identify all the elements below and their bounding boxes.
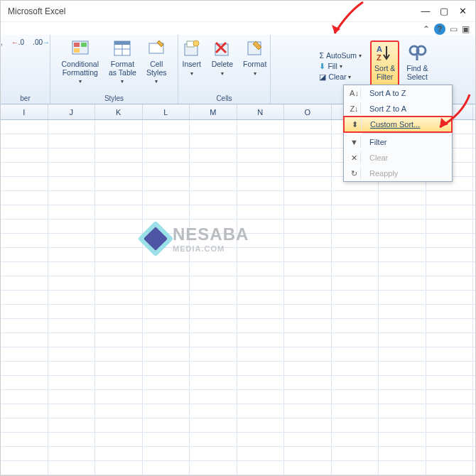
grid-cell[interactable] bbox=[237, 191, 285, 205]
grid-cell[interactable] bbox=[190, 404, 237, 418]
grid-cell[interactable] bbox=[284, 163, 332, 176]
grid-cell[interactable] bbox=[95, 177, 143, 190]
grid-cell[interactable] bbox=[48, 347, 96, 361]
grid-cell[interactable] bbox=[379, 376, 426, 389]
filter-item[interactable]: ▼ Filter bbox=[344, 134, 452, 150]
grid-cell[interactable] bbox=[426, 276, 474, 290]
grid-cell[interactable] bbox=[190, 347, 237, 361]
grid-cell[interactable] bbox=[143, 376, 190, 389]
grid-cell[interactable] bbox=[284, 134, 332, 148]
grid-cell[interactable] bbox=[190, 418, 237, 432]
format-button[interactable]: Format▾ bbox=[240, 38, 269, 78]
grid-cell[interactable] bbox=[237, 447, 285, 460]
grid-cell[interactable] bbox=[237, 163, 285, 176]
grid-cell[interactable] bbox=[426, 220, 474, 233]
grid-cell[interactable] bbox=[143, 148, 190, 162]
grid-cell[interactable] bbox=[379, 220, 426, 233]
grid-cell[interactable] bbox=[379, 305, 426, 318]
grid-cell[interactable] bbox=[1, 220, 48, 233]
column-header[interactable]: K bbox=[95, 104, 143, 119]
grid-cell[interactable] bbox=[379, 333, 426, 347]
grid-cell[interactable] bbox=[473, 390, 476, 404]
grid-cell[interactable] bbox=[95, 362, 143, 375]
grid-cell[interactable] bbox=[143, 404, 190, 418]
grid-cell[interactable] bbox=[48, 262, 96, 276]
grid-cell[interactable] bbox=[48, 163, 96, 176]
grid-cell[interactable] bbox=[48, 291, 96, 304]
grid-cell[interactable] bbox=[143, 390, 190, 404]
grid-cell[interactable] bbox=[1, 347, 48, 361]
grid-cell[interactable] bbox=[190, 362, 237, 375]
grid-cell[interactable] bbox=[332, 333, 379, 347]
grid-cell[interactable] bbox=[284, 205, 332, 219]
grid-cell[interactable] bbox=[143, 134, 190, 148]
grid-cell[interactable] bbox=[237, 276, 285, 290]
grid-cell[interactable] bbox=[237, 319, 285, 332]
grid-cell[interactable] bbox=[95, 376, 143, 389]
grid-cell[interactable] bbox=[379, 418, 426, 432]
grid-cell[interactable] bbox=[237, 418, 285, 432]
grid-cell[interactable] bbox=[95, 347, 143, 361]
grid-cell[interactable] bbox=[473, 163, 476, 176]
grid-cell[interactable] bbox=[237, 148, 285, 162]
grid-cell[interactable] bbox=[143, 305, 190, 318]
grid-cell[interactable] bbox=[379, 276, 426, 290]
grid-cell[interactable] bbox=[473, 262, 476, 276]
grid-cell[interactable] bbox=[379, 362, 426, 375]
grid-cell[interactable] bbox=[426, 305, 474, 318]
grid-cell[interactable] bbox=[426, 234, 474, 247]
grid-cell[interactable] bbox=[143, 447, 190, 460]
grid-cell[interactable] bbox=[379, 319, 426, 332]
grid-cell[interactable] bbox=[473, 148, 476, 162]
grid-cell[interactable] bbox=[1, 163, 48, 176]
grid-cell[interactable] bbox=[473, 319, 476, 332]
grid-cell[interactable] bbox=[284, 177, 332, 190]
grid-cell[interactable] bbox=[143, 362, 190, 375]
grid-cell[interactable] bbox=[143, 461, 190, 475]
grid-cell[interactable] bbox=[473, 433, 476, 446]
grid-cell[interactable] bbox=[332, 262, 379, 276]
grid-cell[interactable] bbox=[190, 148, 237, 162]
grid-cell[interactable] bbox=[332, 461, 379, 475]
grid-cell[interactable] bbox=[426, 404, 474, 418]
grid-cell[interactable] bbox=[95, 333, 143, 347]
grid-cell[interactable] bbox=[190, 276, 237, 290]
grid-cell[interactable] bbox=[237, 134, 285, 148]
decrease-decimal-button[interactable]: .00→ bbox=[30, 38, 53, 47]
column-header[interactable]: J bbox=[48, 104, 96, 119]
grid-cell[interactable] bbox=[190, 433, 237, 446]
grid-cell[interactable] bbox=[1, 404, 48, 418]
cell-styles-button[interactable]: Cell Styles▾ bbox=[144, 38, 170, 86]
grid-cell[interactable] bbox=[473, 404, 476, 418]
grid-cell[interactable] bbox=[95, 163, 143, 176]
grid-cell[interactable] bbox=[48, 234, 96, 247]
grid-cell[interactable] bbox=[48, 205, 96, 219]
grid-cell[interactable] bbox=[1, 276, 48, 290]
grid-cell[interactable] bbox=[473, 376, 476, 389]
grid-cell[interactable] bbox=[190, 205, 237, 219]
grid-cell[interactable] bbox=[143, 177, 190, 190]
grid-cell[interactable] bbox=[143, 205, 190, 219]
increase-decimal-button[interactable]: ←.0 bbox=[9, 38, 27, 47]
grid-cell[interactable] bbox=[237, 390, 285, 404]
grid-cell[interactable] bbox=[332, 305, 379, 318]
grid-cell[interactable] bbox=[1, 447, 48, 460]
grid-cell[interactable] bbox=[284, 234, 332, 247]
delete-button[interactable]: Delete▾ bbox=[209, 38, 236, 78]
grid-cell[interactable] bbox=[284, 120, 332, 134]
grid-cell[interactable] bbox=[1, 177, 48, 190]
grid-cell[interactable] bbox=[190, 120, 237, 134]
grid-cell[interactable] bbox=[426, 347, 474, 361]
grid-cell[interactable] bbox=[190, 376, 237, 389]
grid-cell[interactable] bbox=[48, 390, 96, 404]
clear-button[interactable]: ◪Clear▾ bbox=[315, 72, 366, 82]
grid-cell[interactable] bbox=[95, 418, 143, 432]
grid-cell[interactable] bbox=[95, 461, 143, 475]
grid-cell[interactable] bbox=[1, 390, 48, 404]
grid-cell[interactable] bbox=[48, 418, 96, 432]
grid-cell[interactable] bbox=[379, 347, 426, 361]
grid-cell[interactable] bbox=[332, 447, 379, 460]
grid-cell[interactable] bbox=[143, 262, 190, 276]
grid-cell[interactable] bbox=[1, 362, 48, 375]
restore-window-icon[interactable]: ▭ bbox=[450, 24, 458, 34]
